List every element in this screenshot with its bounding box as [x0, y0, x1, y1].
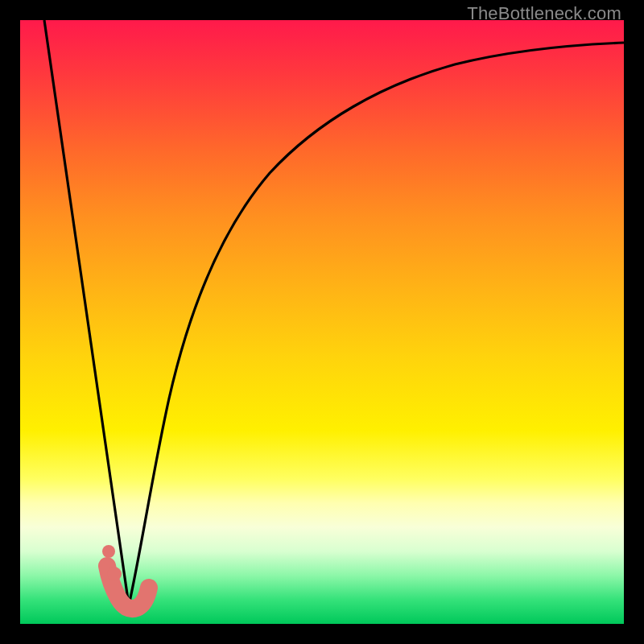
- chart-frame: TheBottleneck.com: [0, 0, 644, 644]
- valley-dot-upper: [102, 545, 115, 558]
- watermark-text: TheBottleneck.com: [467, 3, 621, 24]
- plot-area: [20, 20, 624, 624]
- left-descent-line: [44, 20, 129, 605]
- valley-dot-lower: [107, 567, 122, 581]
- recovery-curve: [129, 43, 624, 605]
- chart-svg: [20, 20, 624, 624]
